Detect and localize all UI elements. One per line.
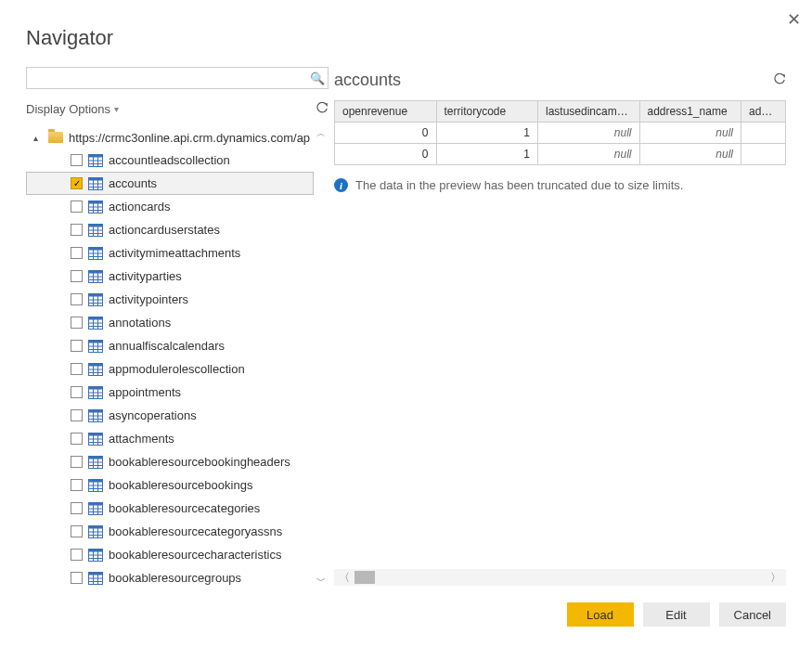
horizontal-scrollbar[interactable]: 〈 〉 bbox=[334, 569, 786, 586]
table-icon bbox=[88, 177, 103, 190]
svg-rect-25 bbox=[89, 247, 103, 250]
svg-rect-103 bbox=[89, 549, 103, 551]
tree-item-accountleadscollection[interactable]: accountleadscollection bbox=[26, 149, 314, 172]
tree-item-activitymimeattachments[interactable]: activitymimeattachments bbox=[26, 241, 314, 265]
checkbox[interactable] bbox=[71, 386, 83, 398]
cell bbox=[741, 123, 786, 144]
checkbox[interactable] bbox=[71, 456, 83, 468]
tree-item-attachments[interactable]: attachments bbox=[26, 427, 314, 450]
scroll-right-arrow[interactable]: 〉 bbox=[766, 569, 786, 586]
checkbox[interactable] bbox=[71, 154, 83, 166]
cell: null bbox=[639, 123, 741, 144]
table-row[interactable]: 01nullnull bbox=[335, 123, 786, 144]
checkbox[interactable] bbox=[71, 433, 83, 445]
checkbox[interactable] bbox=[71, 363, 83, 375]
tree-item-actioncarduserstates[interactable]: actioncarduserstates bbox=[26, 218, 314, 241]
checkbox[interactable] bbox=[71, 247, 83, 259]
tree-item-label: annotations bbox=[109, 316, 171, 330]
tree-item-accounts[interactable]: ✓accounts bbox=[26, 172, 314, 195]
tree-item-bookableresourcecategoryassns[interactable]: bookableresourcecategoryassns bbox=[26, 520, 314, 543]
scroll-track[interactable] bbox=[354, 569, 766, 586]
tree-item-bookableresourcecategories[interactable]: bookableresourcecategories bbox=[26, 497, 314, 520]
svg-rect-109 bbox=[89, 572, 103, 575]
column-header[interactable]: openrevenue bbox=[335, 101, 437, 123]
tree-item-appmodulerolescollection[interactable]: appmodulerolescollection bbox=[26, 357, 314, 381]
tree-item-asyncoperations[interactable]: asyncoperations bbox=[26, 404, 314, 427]
svg-rect-97 bbox=[89, 525, 103, 528]
tree-item-label: bookableresourcecategories bbox=[109, 501, 260, 515]
edit-button[interactable]: Edit bbox=[643, 602, 710, 627]
tree-item-appointments[interactable]: appointments bbox=[26, 381, 314, 404]
checkbox[interactable] bbox=[71, 525, 83, 537]
column-header[interactable]: territorycode bbox=[436, 101, 538, 123]
tree-item-label: annualfiscalcalendars bbox=[109, 339, 225, 353]
tree-container: ▴ https://crmc3online.api.crm.dynamics.c… bbox=[26, 126, 329, 589]
tree-item-bookableresourcebookingheaders[interactable]: bookableresourcebookingheaders bbox=[26, 450, 314, 473]
svg-rect-61 bbox=[89, 386, 103, 389]
search-icon[interactable]: 🔍 bbox=[307, 71, 328, 85]
tree-item-bookableresourcegroups[interactable]: bookableresourcegroups bbox=[26, 566, 314, 589]
tree-item-actioncards[interactable]: actioncards bbox=[26, 195, 314, 218]
checkbox[interactable] bbox=[71, 502, 83, 514]
checkbox[interactable] bbox=[71, 340, 83, 352]
preview-pane: accounts openrevenueterritorycodelastuse… bbox=[334, 67, 786, 586]
column-header[interactable]: address1_name bbox=[639, 101, 741, 123]
table-icon bbox=[88, 363, 103, 376]
cell: null bbox=[538, 144, 640, 165]
tree-root[interactable]: ▴ https://crmc3online.api.crm.dynamics.c… bbox=[26, 126, 314, 149]
svg-rect-1 bbox=[89, 154, 103, 157]
collapse-arrow-icon[interactable]: ▴ bbox=[33, 133, 43, 143]
tree-item-label: appmodulerolescollection bbox=[109, 362, 245, 376]
scroll-thumb[interactable] bbox=[354, 571, 375, 584]
svg-rect-73 bbox=[89, 433, 103, 435]
tree-item-annualfiscalcalendars[interactable]: annualfiscalcalendars bbox=[26, 334, 314, 357]
table-row[interactable]: 01nullnull bbox=[335, 144, 786, 165]
scroll-up-arrow[interactable]: ︿ bbox=[314, 126, 329, 141]
tree-item-activitypointers[interactable]: activitypointers bbox=[26, 288, 314, 311]
tree-item-label: bookableresourcegroups bbox=[109, 571, 241, 585]
column-header[interactable]: address1_ bbox=[741, 101, 786, 123]
tree-item-annotations[interactable]: annotations bbox=[26, 311, 314, 334]
checkbox[interactable] bbox=[71, 409, 83, 421]
display-options-dropdown[interactable]: Display Options ▾ bbox=[26, 102, 119, 116]
load-button[interactable]: Load bbox=[567, 602, 634, 627]
checkbox[interactable] bbox=[71, 572, 83, 584]
svg-rect-19 bbox=[89, 224, 103, 226]
refresh-icon[interactable] bbox=[316, 102, 329, 115]
table-icon bbox=[88, 154, 103, 167]
scroll-left-arrow[interactable]: 〈 bbox=[334, 569, 354, 586]
checkbox[interactable] bbox=[71, 224, 83, 236]
info-icon: i bbox=[334, 178, 348, 192]
chevron-down-icon: ▾ bbox=[114, 104, 119, 114]
checkbox[interactable] bbox=[71, 201, 83, 213]
tree-item-label: accountleadscollection bbox=[109, 153, 230, 167]
cancel-button[interactable]: Cancel bbox=[719, 602, 786, 627]
svg-rect-79 bbox=[89, 456, 103, 459]
svg-rect-7 bbox=[89, 177, 103, 180]
search-box[interactable]: 🔍 bbox=[26, 67, 329, 89]
tree-scrollbar[interactable]: ︿ ﹀ bbox=[314, 126, 329, 589]
table-icon bbox=[88, 572, 103, 585]
cell bbox=[741, 144, 786, 165]
scroll-down-arrow[interactable]: ﹀ bbox=[314, 574, 329, 589]
checkbox[interactable] bbox=[71, 479, 83, 491]
tree-item-label: accounts bbox=[109, 176, 157, 190]
checkbox[interactable] bbox=[71, 317, 83, 329]
tree-item-bookableresourcecharacteristics[interactable]: bookableresourcecharacteristics bbox=[26, 543, 314, 566]
svg-rect-67 bbox=[89, 409, 103, 412]
checkbox[interactable]: ✓ bbox=[71, 177, 83, 189]
column-header[interactable]: lastusedincampaign bbox=[538, 101, 640, 123]
checkbox[interactable] bbox=[71, 549, 83, 561]
table-icon bbox=[88, 456, 103, 469]
checkbox[interactable] bbox=[71, 270, 83, 282]
svg-rect-43 bbox=[89, 317, 103, 319]
close-icon[interactable]: ✕ bbox=[787, 9, 801, 30]
dialog-title: Navigator bbox=[26, 26, 113, 50]
tree-item-label: asyncoperations bbox=[109, 408, 197, 422]
preview-refresh-icon[interactable] bbox=[773, 73, 786, 86]
tree-item-label: actioncards bbox=[109, 200, 170, 214]
search-input[interactable] bbox=[27, 71, 307, 85]
tree-item-activityparties[interactable]: activityparties bbox=[26, 265, 314, 288]
tree-item-bookableresourcebookings[interactable]: bookableresourcebookings bbox=[26, 473, 314, 497]
checkbox[interactable] bbox=[71, 293, 83, 305]
